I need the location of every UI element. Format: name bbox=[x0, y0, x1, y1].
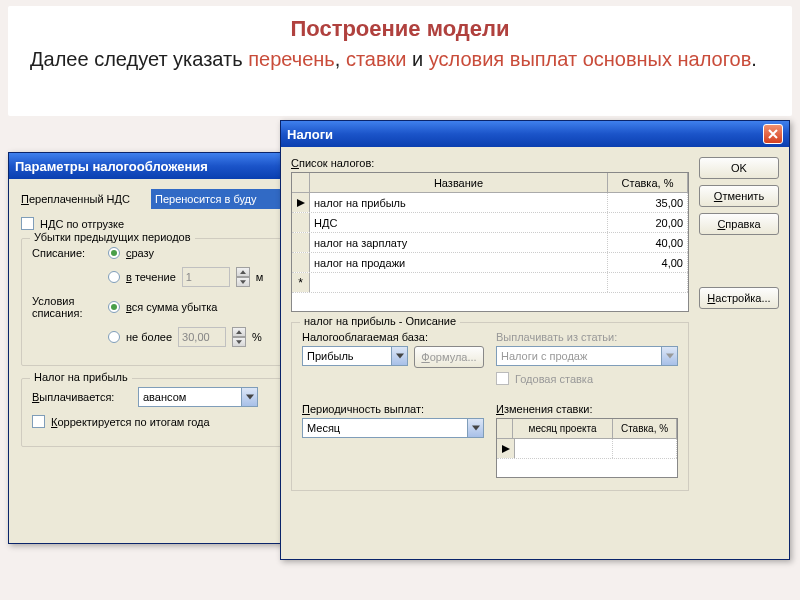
overpaid-vat-label: Переплаченный НДС bbox=[21, 193, 145, 205]
cond-limit-label: не более bbox=[126, 331, 172, 343]
slide-title: Построение модели bbox=[30, 16, 770, 42]
chevron-down-icon bbox=[661, 347, 677, 365]
writeoff-months-field[interactable]: 1 bbox=[182, 267, 230, 287]
cancel-button[interactable]: Отменить bbox=[699, 185, 779, 207]
cell-rate: 4,00 bbox=[608, 253, 688, 272]
window-title: Параметры налогообложения bbox=[15, 159, 208, 174]
taxable-base-dropdown[interactable]: Прибыль bbox=[302, 346, 408, 366]
row-indicator-icon bbox=[292, 193, 310, 212]
vat-on-shipment-label: НДС по отгрузке bbox=[40, 218, 124, 230]
cell-name: налог на продажи bbox=[310, 253, 608, 272]
titlebar[interactable]: Налоги bbox=[281, 121, 789, 147]
annual-rate-label: Годовая ставка bbox=[515, 373, 593, 385]
row-gutter bbox=[292, 213, 310, 232]
table-row[interactable]: налог на зарплату 40,00 bbox=[292, 233, 688, 253]
chevron-down-icon bbox=[467, 419, 483, 437]
cond-limit-radio[interactable] bbox=[108, 331, 120, 343]
group-legend: Налог на прибыль bbox=[30, 371, 132, 383]
pay-from-dropdown: Налоги с продаж bbox=[496, 346, 678, 366]
col-name: Название bbox=[310, 173, 608, 192]
dropdown-value: Налоги с продаж bbox=[497, 350, 661, 362]
cell-rate: 40,00 bbox=[608, 233, 688, 252]
col-rate: Ставка, % bbox=[613, 419, 677, 438]
group-legend: Убытки предыдущих периодов bbox=[30, 231, 195, 243]
slide-subtitle: Далее следует указать перечень, ставки и… bbox=[30, 46, 770, 73]
button-label: Настройка... bbox=[707, 292, 770, 304]
year-correction-checkbox[interactable] bbox=[32, 415, 45, 428]
col-rate: Ставка, % bbox=[608, 173, 688, 192]
taxable-base-label: Налогооблагаемая база: bbox=[302, 331, 484, 343]
text-part: и bbox=[406, 48, 428, 70]
grid-header: Название Ставка, % bbox=[292, 173, 688, 193]
rate-changes-grid[interactable]: месяц проекта Ставка, % bbox=[496, 418, 678, 478]
vat-on-shipment-checkbox[interactable] bbox=[21, 217, 34, 230]
table-row[interactable]: налог на продажи 4,00 bbox=[292, 253, 688, 273]
button-label: Формула... bbox=[421, 351, 476, 363]
group-legend: налог на прибыль - Описание bbox=[300, 315, 460, 327]
tax-grid[interactable]: Название Ставка, % налог на прибыль 35,0… bbox=[291, 172, 689, 312]
cell-rate: 35,00 bbox=[608, 193, 688, 212]
cond-full-radio[interactable] bbox=[108, 301, 120, 313]
year-correction-label: Корректируется по итогам года bbox=[51, 416, 210, 428]
pay-from-label: Выплачивать из статьи: bbox=[496, 331, 678, 343]
cond-limit-spinner[interactable] bbox=[232, 327, 246, 347]
periodicity-dropdown[interactable]: Месяц bbox=[302, 418, 484, 438]
slide-header: Построение модели Далее следует указать … bbox=[8, 6, 792, 116]
field-value: 30,00 bbox=[182, 331, 210, 343]
writeoff-cond-label: Условия списания: bbox=[32, 295, 102, 319]
close-icon bbox=[768, 129, 778, 139]
button-label: Справка bbox=[717, 218, 760, 230]
row-indicator-icon bbox=[497, 439, 515, 458]
cond-limit-field[interactable]: 30,00 bbox=[178, 327, 226, 347]
chevron-down-icon bbox=[241, 388, 257, 406]
writeoff-immediate-label: сразу bbox=[126, 247, 154, 259]
cell-name: налог на прибыль bbox=[310, 193, 608, 212]
taxes-window: Налоги Список налогов: Название Ставка, … bbox=[280, 120, 790, 560]
cell-name: налог на зарплату bbox=[310, 233, 608, 252]
writeoff-months-spinner[interactable] bbox=[236, 267, 250, 287]
rate-changes-label: Изменения ставки: bbox=[496, 403, 678, 415]
accent-rates: ставки bbox=[346, 48, 407, 70]
dropdown-value: Месяц bbox=[303, 422, 467, 434]
settings-button[interactable]: Настройка... bbox=[699, 287, 779, 309]
dropdown-value: авансом bbox=[139, 391, 241, 403]
paid-label: Выплачивается: bbox=[32, 391, 132, 403]
cell-name: НДС bbox=[310, 213, 608, 232]
writeoff-over-period-radio[interactable] bbox=[108, 271, 120, 283]
cond-full-label: вся сумма убытка bbox=[126, 301, 217, 313]
paid-mode-dropdown[interactable]: авансом bbox=[138, 387, 258, 407]
help-button[interactable]: Справка bbox=[699, 213, 779, 235]
close-button[interactable] bbox=[763, 124, 783, 144]
window-title: Налоги bbox=[287, 127, 333, 142]
description-group: налог на прибыль - Описание Налогооблага… bbox=[291, 322, 689, 491]
table-row[interactable]: НДС 20,00 bbox=[292, 213, 688, 233]
percent-unit: % bbox=[252, 331, 262, 343]
tax-list-label: Список налогов: bbox=[291, 157, 689, 169]
col-month: месяц проекта bbox=[513, 419, 613, 438]
text-part: , bbox=[335, 48, 346, 70]
row-gutter bbox=[292, 233, 310, 252]
button-label: OK bbox=[731, 162, 747, 174]
writeoff-label: Списание: bbox=[32, 247, 102, 259]
text-part: . bbox=[751, 48, 757, 70]
table-row[interactable]: налог на прибыль 35,00 bbox=[292, 193, 688, 213]
writeoff-immediate-radio[interactable] bbox=[108, 247, 120, 259]
annual-rate-checkbox bbox=[496, 372, 509, 385]
writeoff-over-period-label: в течение bbox=[126, 271, 176, 283]
table-row[interactable] bbox=[292, 273, 688, 293]
dropdown-value: Прибыль bbox=[303, 350, 391, 362]
accent-conditions: условия выплат основных налогов bbox=[429, 48, 752, 70]
months-unit: м bbox=[256, 271, 264, 283]
row-gutter bbox=[292, 253, 310, 272]
ok-button[interactable]: OK bbox=[699, 157, 779, 179]
field-value: 1 bbox=[186, 271, 192, 283]
periodicity-label: Периодичность выплат: bbox=[302, 403, 484, 415]
accent-list: перечень bbox=[248, 48, 335, 70]
cell-rate: 20,00 bbox=[608, 213, 688, 232]
button-label: Отменить bbox=[714, 190, 764, 202]
text-part: Далее следует указать bbox=[30, 48, 248, 70]
formula-button[interactable]: Формула... bbox=[414, 346, 484, 368]
new-row-indicator-icon bbox=[292, 273, 310, 292]
chevron-down-icon bbox=[391, 347, 407, 365]
